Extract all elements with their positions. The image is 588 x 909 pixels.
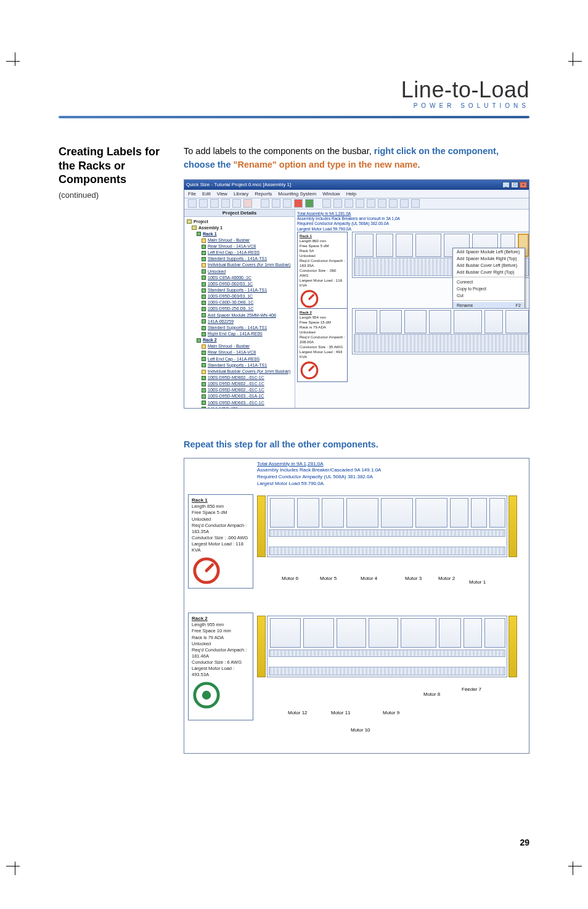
tree-node[interactable]: Standard Supports - 141A-TS1 [187,256,292,262]
tree-node[interactable]: Rear Shroud - 141A-VC8 [187,349,292,356]
tree-node[interactable]: 100S-C85A-40000..1C [187,275,292,281]
tree-node[interactable]: 100S-D95D-MD802..-01C-1C [187,375,292,381]
tree-node[interactable]: Right End Cap - 141A-RE0S [187,331,292,337]
tool-icon[interactable] [188,199,197,208]
heading-continued: (continued) [59,190,166,200]
tree-node[interactable]: Left End Cap - 141A-RE0S [187,250,292,256]
tree-node[interactable]: 141A-MBG-408 [187,406,292,408]
rack-unit[interactable] [376,234,393,257]
copy-icon[interactable] [272,199,280,208]
ctx-add-spacer-left[interactable]: Add Spacer Module Left (Before) [453,248,525,255]
rack-unit[interactable] [429,310,451,333]
menu-help[interactable]: Help [346,191,356,197]
tree-node[interactable]: 100S-D95D-MD802..-01C-1C [187,387,292,393]
rack-unit[interactable] [404,310,427,333]
ctx-add-cover-right[interactable]: Add Busbar Cover Right (Top) [453,269,525,275]
tree-node[interactable]: Main Shroud - Busbar [187,343,292,349]
rack-unit[interactable] [396,234,413,257]
motor6-label: Motor 6 [282,576,298,581]
ctx-add-cover-left[interactable]: Add Busbar Cover Left (Before) [453,262,525,269]
delete-icon[interactable] [243,199,252,208]
tree-node[interactable]: Standard Supports - 141A-TS1 [187,362,292,369]
motor1-label: Motor 1 [469,579,486,585]
rack-unit[interactable] [380,310,402,333]
tree-node[interactable]: 100S-D95D-MD603..-01C-1C [187,400,292,406]
menu-library[interactable]: Library [234,191,248,197]
menu-edit[interactable]: Edit [202,191,211,197]
tree-node[interactable]: Main Shroud - Busbar [187,237,292,243]
tree-node[interactable]: Assembly 1 [187,225,292,231]
rack2-left-endcap[interactable] [257,616,266,677]
tree-node[interactable]: Individual Busbar Covers (for 1mm Busbar… [187,369,292,375]
print-icon[interactable] [221,199,230,208]
tree-node[interactable]: Individual Busbar Covers (for 1mm Busbar… [187,262,292,268]
tree-node[interactable]: 100S-C80D-30.D60..1C [187,300,292,306]
rack-unit[interactable] [454,310,482,333]
tree-node[interactable]: 100S-D95D-002/03..1C [187,281,292,287]
tree-node[interactable]: Rack 1 [187,231,292,237]
tree-node[interactable]: 100S-D95D-250.D0..1C [187,306,292,312]
tool-icon[interactable] [294,199,303,208]
tool-icon[interactable] [210,199,219,208]
tree-node[interactable]: Add Spacer Module 25MM-WN-408 [187,312,292,319]
cut-icon[interactable] [261,199,269,208]
window-min-icon[interactable]: _ [502,182,510,188]
tree-node[interactable]: Left End Cap - 141A-RE0S [187,356,292,362]
rack2-thumb-icon [300,361,319,380]
window-title: Quick Size - Tutorial Project 0.mcc [Ass… [186,182,291,187]
tree-header: Project Details [184,210,295,217]
motor12-label: Motor 12 [288,710,308,715]
menu-reports[interactable]: Reports [255,191,272,197]
rack-unit[interactable] [505,310,529,333]
tool-icon[interactable] [389,199,398,208]
rack2-row[interactable] [352,308,529,354]
viewer-rack2-row[interactable] [267,616,507,677]
titlebar: Quick Size - Tutorial Project 0.mcc [Ass… [184,180,529,190]
tree-node[interactable]: Rear Shroud - 141A-VC8 [187,243,292,250]
menu-file[interactable]: File [188,191,196,197]
menu-window[interactable]: Window [322,191,340,197]
zoom-icon[interactable] [378,199,386,208]
tree-node[interactable]: Project [187,219,292,225]
rack2-right-endcap[interactable] [508,616,517,677]
rack-unit[interactable] [355,234,374,257]
tool-icon[interactable] [305,199,314,208]
tree-node[interactable]: Standard Supports - 141A-TS1 [187,325,292,331]
ctx-add-spacer-right[interactable]: Add Spacer Module Right (Top) [453,255,525,262]
tool-icon[interactable] [333,199,342,208]
rack1-left-endcap[interactable] [257,495,266,557]
help-icon[interactable] [411,199,420,208]
rack-unit[interactable] [484,310,503,333]
canvas[interactable]: Total Assembly in 9A 1,281.0A Assembly I… [295,210,529,408]
zoom-in-icon[interactable] [345,199,353,208]
tree-node[interactable]: Standard Supports - 141A-TS1 [187,287,292,293]
rack1-right-endcap[interactable] [508,495,517,557]
ctx-connect[interactable]: Connect [453,279,525,285]
tree-node[interactable]: Rack 2 [187,337,292,343]
zoom-icon[interactable] [367,199,375,208]
tree[interactable]: ProjectAssembly 1Rack 1Main Shroud - Bus… [184,217,295,408]
window-max-icon[interactable]: □ [511,182,518,188]
zoom-out-icon[interactable] [356,199,364,208]
menu-view[interactable]: View [217,191,227,197]
paste-icon[interactable] [283,199,292,208]
menu-mounting[interactable]: Mounting System [278,191,316,197]
intro-action-2: "Rename" option and type in the new name [234,160,418,169]
rack-unit[interactable] [415,234,441,257]
tree-node[interactable]: 100S-D95D-003/03..1C [187,293,292,300]
viewer-rack1-row[interactable] [267,495,507,557]
ctx-copy[interactable]: Copy to Project [453,285,525,292]
ctx-cut[interactable]: Cut [453,292,525,299]
tool-icon[interactable] [322,199,331,208]
tree-node[interactable]: 100S-D95D-MD802..-01C-1C [187,381,292,387]
tool-icon[interactable] [400,199,409,208]
menubar: File Edit View Library Reports Mounting … [184,190,529,198]
tree-node[interactable]: 100S-D95D-MD603..-01A-1C [187,393,292,399]
preview-icon[interactable] [232,199,241,208]
window-close-icon[interactable]: × [520,182,527,188]
rack-unit[interactable] [355,310,377,333]
feeder7-label: Feeder 7 [462,687,481,692]
tree-node[interactable]: Unlocked [187,269,292,275]
tool-icon[interactable] [199,199,208,208]
tree-node[interactable]: 141A-002259 [187,319,292,325]
